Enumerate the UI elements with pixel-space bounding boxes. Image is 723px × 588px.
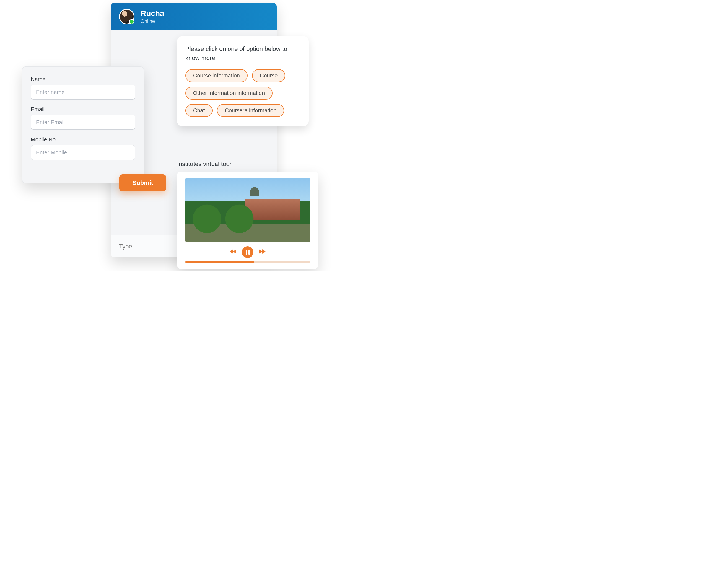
- chip-course-information[interactable]: Course information: [185, 69, 248, 82]
- tour-label: Institutes virtual tour: [177, 161, 232, 168]
- chat-agent-name: Rucha: [141, 9, 164, 18]
- options-card: Please click on one of option below to k…: [177, 36, 309, 126]
- email-field[interactable]: [31, 115, 135, 130]
- video-card: [177, 172, 318, 269]
- name-label: Name: [31, 76, 135, 82]
- lead-form: Name Email Mobile No. Submit: [22, 66, 144, 184]
- video-player-controls: [185, 246, 310, 258]
- chat-agent-status: Online: [141, 19, 164, 24]
- chat-header: Rucha Online: [111, 3, 277, 30]
- video-progress-track[interactable]: [185, 261, 310, 263]
- video-progress-fill: [185, 261, 254, 263]
- rewind-icon[interactable]: [230, 249, 237, 255]
- mobile-field[interactable]: [31, 145, 135, 160]
- options-chips: Course information Course Other informat…: [185, 69, 300, 117]
- email-label: Email: [31, 106, 135, 112]
- options-prompt: Please click on one of option below to k…: [185, 44, 300, 63]
- avatar: [119, 9, 134, 24]
- pause-icon: [246, 250, 250, 255]
- pause-button[interactable]: [242, 246, 253, 258]
- mobile-label: Mobile No.: [31, 136, 135, 143]
- submit-button[interactable]: Submit: [119, 174, 166, 191]
- chip-coursera-information[interactable]: Coursera information: [217, 104, 284, 117]
- chip-course[interactable]: Course: [252, 69, 285, 82]
- video-thumbnail[interactable]: [185, 178, 310, 242]
- chat-input-placeholder: Type...: [119, 243, 137, 250]
- chip-chat[interactable]: Chat: [185, 104, 213, 117]
- forward-icon[interactable]: [258, 249, 265, 255]
- chat-header-text: Rucha Online: [141, 9, 164, 24]
- name-field[interactable]: [31, 85, 135, 100]
- chip-other-information[interactable]: Other information information: [185, 87, 273, 100]
